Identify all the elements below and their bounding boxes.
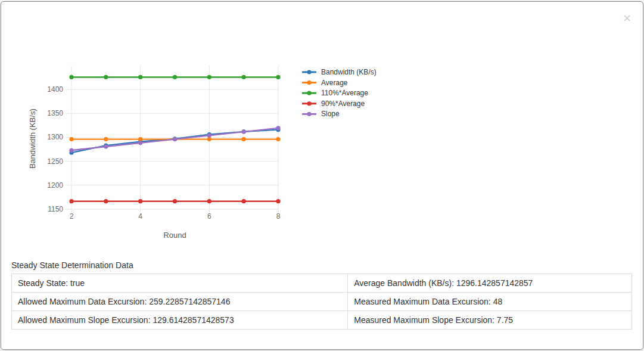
data-point-marker [207, 133, 211, 138]
data-point-marker [138, 137, 142, 141]
data-point-marker [138, 141, 142, 145]
x-axis-tick-label: 8 [276, 212, 281, 220]
data-point-marker [69, 148, 73, 153]
data-point-marker [242, 75, 246, 79]
data-point-marker [276, 199, 280, 203]
table-cell: Steady State: true [12, 274, 348, 293]
data-point-marker [138, 199, 142, 203]
data-point-marker [207, 199, 211, 203]
data-point-marker [242, 199, 246, 203]
table-row: Steady State: true Average Bandwidth (KB… [12, 274, 632, 293]
legend-swatch-marker[interactable] [307, 91, 311, 95]
y-axis-tick-label: 1300 [47, 133, 63, 141]
table-cell: Allowed Maximum Data Excursion: 259.2285… [12, 293, 348, 311]
data-point-marker [69, 199, 73, 203]
y-axis-tick-label: 1150 [48, 205, 63, 213]
legend-item-label[interactable]: Average [321, 79, 348, 87]
data-point-marker [276, 126, 280, 130]
data-point-marker [207, 75, 211, 79]
bandwidth-line-chart: 1150120012501300135014002468RoundBandwid… [1, 2, 394, 252]
close-icon[interactable]: ✕ [623, 13, 631, 24]
y-axis-tick-label: 1350 [47, 109, 63, 117]
table-cell: Average Bandwidth (KB/s): 1296.142857142… [348, 274, 632, 293]
legend-swatch-marker[interactable] [307, 80, 311, 85]
data-point-marker [138, 75, 142, 79]
table-row: Allowed Maximum Data Excursion: 259.2285… [12, 293, 632, 311]
legend-item-label[interactable]: Bandwidth (KB/s) [321, 68, 377, 76]
legend-item-label[interactable]: 110%*Average [321, 89, 368, 97]
table-row: Allowed Maximum Slope Excursion: 129.614… [12, 311, 632, 330]
steady-state-modal: ✕ 1150120012501300135014002468RoundBandw… [1, 1, 643, 350]
chart-canvas: 1150120012501300135014002468RoundBandwid… [1, 2, 394, 252]
data-point-marker [276, 75, 280, 79]
data-point-marker [276, 137, 280, 141]
legend-swatch-marker[interactable] [307, 112, 311, 116]
steady-state-table: Steady State: true Average Bandwidth (KB… [11, 274, 632, 330]
legend-swatch-marker[interactable] [307, 70, 311, 74]
legend-item-label[interactable]: 90%*Average [321, 100, 365, 108]
x-axis-tick-label: 2 [70, 212, 74, 220]
data-point-marker [173, 75, 177, 79]
steady-state-section: Steady State Determination Data Steady S… [11, 260, 632, 330]
data-point-marker [104, 199, 108, 203]
x-axis-tick-label: 4 [138, 212, 142, 220]
legend-item-label[interactable]: Slope [321, 110, 340, 118]
y-axis-tick-label: 1400 [47, 85, 63, 94]
data-point-marker [69, 137, 73, 141]
data-point-marker [242, 137, 246, 141]
x-axis-tick-label: 6 [207, 212, 211, 220]
legend-swatch-marker[interactable] [307, 101, 311, 105]
data-point-marker [207, 137, 211, 141]
table-cell: Allowed Maximum Slope Excursion: 129.614… [12, 311, 348, 330]
data-point-marker [173, 199, 177, 203]
x-axis-title: Round [163, 231, 186, 240]
table-cell: Measured Maximum Data Excursion: 48 [348, 293, 632, 311]
table-cell: Measured Maximum Slope Excursion: 7.75 [348, 311, 632, 330]
data-point-marker [242, 130, 246, 134]
table-title: Steady State Determination Data [11, 260, 632, 271]
data-point-marker [104, 144, 108, 148]
data-point-marker [104, 75, 108, 79]
y-axis-title: Bandwidth (KB/s) [28, 108, 37, 168]
y-axis-tick-label: 1250 [47, 157, 63, 166]
data-point-marker [173, 137, 177, 141]
data-point-marker [104, 137, 108, 141]
data-point-marker [69, 75, 73, 79]
y-axis-tick-label: 1200 [47, 181, 63, 190]
